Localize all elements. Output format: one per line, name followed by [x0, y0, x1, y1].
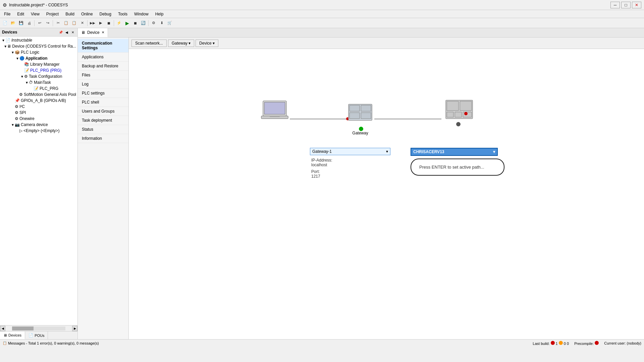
nav-files[interactable]: Files [78, 71, 128, 80]
tree-item-gpios[interactable]: 📌GPIOs_A_B (GPIOs A/B) [1, 98, 77, 104]
menu-item-help[interactable]: Help [153, 11, 166, 17]
paste-button[interactable]: 📋 [70, 19, 78, 27]
menu-item-edit[interactable]: Edit [14, 11, 27, 17]
nav-users-groups[interactable]: Users and Groups [78, 107, 128, 116]
tab-pous[interactable]: 📄 POUs [25, 331, 48, 339]
status-messages: 📋 Messages - Total 1 error(s), 0 warning… [3, 341, 99, 345]
download-button[interactable]: ⬇ [158, 19, 165, 27]
compile-button[interactable]: ⚙ [150, 19, 157, 27]
tree-item-camera[interactable]: ▼📷Camera device [1, 122, 77, 128]
svg-rect-10 [447, 101, 459, 111]
gateway-button-label: Gateway [172, 41, 187, 46]
delete-button[interactable]: ✕ [78, 19, 86, 27]
device-tab-label: Device [87, 30, 100, 35]
device-section: CHRISACERV13 ▾ Press ENTER to set active… [411, 148, 504, 176]
panel-pin-button[interactable]: 📌 [58, 29, 63, 35]
tree-item-task-config[interactable]: ▼⚙Task Configuration [1, 73, 77, 79]
gateway-select[interactable]: Gateway-1 ▾ [310, 148, 390, 155]
run-button[interactable]: ▶ [97, 19, 104, 27]
device-button[interactable]: Device ▾ [196, 40, 218, 47]
reset-button[interactable]: 🔄 [140, 19, 147, 27]
maximize-button[interactable]: □ [621, 2, 631, 8]
start-plc-button[interactable]: ▶ [123, 19, 131, 27]
tree-item-onewire[interactable]: ⚙Onewire [1, 116, 77, 122]
information-label: Information [82, 136, 102, 141]
stop-plc-button[interactable]: ⏹ [131, 19, 139, 27]
nav-plc-settings[interactable]: PLC settings [78, 89, 128, 98]
title-bar-controls[interactable]: ─ □ ✕ [610, 2, 641, 8]
tree-item-device[interactable]: ▼🖥Device (CODESYS Control for Ra... [1, 43, 77, 49]
menu-item-online[interactable]: Online [78, 11, 96, 17]
panel-close-button[interactable]: ✕ [70, 29, 75, 35]
device-tree[interactable]: ▼📄Instructable▼🖥Device (CODESYS Control … [0, 37, 77, 325]
menu-item-window[interactable]: Window [131, 11, 151, 17]
tree-item-library-manager[interactable]: 📚Library Manager [1, 61, 77, 67]
nav-status[interactable]: Status [78, 125, 128, 134]
scroll-track[interactable] [12, 326, 65, 330]
device-tab-close[interactable]: ✕ [102, 31, 104, 34]
menu-item-debug[interactable]: Debug [97, 11, 114, 17]
tree-expand-application[interactable]: ▼ [15, 57, 19, 60]
menu-item-tools[interactable]: Tools [115, 11, 130, 17]
tree-item-application[interactable]: ▼🔵Application [1, 55, 77, 61]
tree-item-empty[interactable]: ▷<Empty> (<Empty>) [1, 128, 77, 134]
tree-label-plc-prg2: PLC_PRG [40, 86, 58, 91]
content-toolbar: Scan network... Gateway ▾ Device ▾ [129, 38, 644, 49]
open-button[interactable]: 📂 [9, 19, 17, 27]
gateway-button[interactable]: Gateway ▾ [168, 40, 194, 47]
stop-button[interactable]: ⏹ [105, 19, 112, 27]
build-errors: 1 [556, 342, 558, 346]
panel-auto-hide-button[interactable]: ◀ [64, 29, 69, 35]
nav-information[interactable]: Information [78, 134, 128, 143]
tree-scroll-area[interactable]: ◀ ▶ [0, 325, 77, 331]
copy-button[interactable]: 📋 [62, 19, 70, 27]
tree-item-main-task[interactable]: ▼⏱MainTask [1, 79, 77, 85]
tree-item-i2c[interactable]: ⚙I²C [1, 104, 77, 110]
device-select[interactable]: CHRISACERV13 ▾ [411, 148, 498, 156]
redo-button[interactable]: ↪ [44, 19, 51, 27]
nav-backup-restore[interactable]: Backup and Restore [78, 62, 128, 71]
menu-item-project[interactable]: Project [44, 11, 61, 17]
tree-icon-softmotion: ⚙ [19, 92, 23, 97]
tree-item-instructable[interactable]: ▼📄Instructable [1, 37, 77, 43]
undo-button[interactable]: ↩ [36, 19, 43, 27]
new-button[interactable]: 📄 [1, 19, 9, 27]
svg-rect-1 [264, 102, 285, 114]
basket-button[interactable]: 🛒 [166, 19, 173, 27]
nav-log[interactable]: Log [78, 80, 128, 89]
tree-expand-device[interactable]: ▼ [4, 45, 7, 48]
panel-controls[interactable]: 📌 ◀ ✕ [58, 29, 75, 35]
tree-item-plc-prg2[interactable]: 📝PLC_PRG [1, 85, 77, 92]
tab-devices[interactable]: 🖥 Devices [0, 331, 25, 339]
menu-item-file[interactable]: File [1, 11, 13, 17]
tree-expand-instructable[interactable]: ▼ [1, 39, 5, 42]
device-button-label: Device [199, 41, 212, 46]
scroll-left-button[interactable]: ◀ [0, 326, 5, 331]
tree-item-softmotion[interactable]: ⚙SoftMotion General Axis Pool [1, 92, 77, 98]
save-button[interactable]: 💾 [17, 19, 25, 27]
nav-plc-shell[interactable]: PLC shell [78, 98, 128, 107]
title-bar: ⚙ Instructable.project* - CODESYS ─ □ ✕ [0, 0, 644, 10]
scroll-thumb[interactable] [12, 326, 34, 330]
tree-item-spi[interactable]: ⚙SPI [1, 110, 77, 116]
nav-task-deploy[interactable]: Task deployment [78, 116, 128, 125]
nav-comm-settings[interactable]: CommunicationSettings [78, 39, 128, 53]
tab-device[interactable]: 🖥 Device ✕ [78, 28, 108, 37]
menu-item-build[interactable]: Build [63, 11, 77, 17]
scan-network-button[interactable]: Scan network... [131, 40, 167, 47]
tree-expand-main-task[interactable]: ▼ [25, 81, 29, 84]
tree-item-plc-prg[interactable]: 📝PLC_PRG (PRG) [1, 67, 77, 73]
tree-item-plc-logic[interactable]: ▼📦PLC Logic [1, 49, 77, 55]
tree-expand-plc-logic[interactable]: ▼ [11, 51, 15, 54]
scroll-right-button[interactable]: ▶ [72, 326, 77, 331]
tree-expand-camera[interactable]: ▼ [11, 123, 15, 127]
close-button[interactable]: ✕ [632, 2, 641, 8]
tree-expand-task-config[interactable]: ▼ [20, 75, 24, 78]
menu-item-view[interactable]: View [28, 11, 42, 17]
online-button[interactable]: ⚡ [115, 19, 123, 27]
minimize-button[interactable]: ─ [610, 2, 620, 8]
build-button[interactable]: ▶▶ [89, 19, 96, 27]
nav-applications[interactable]: Applications [78, 53, 128, 62]
cut-button[interactable]: ✂ [54, 19, 62, 27]
print-button[interactable]: 🖨 [25, 19, 33, 27]
